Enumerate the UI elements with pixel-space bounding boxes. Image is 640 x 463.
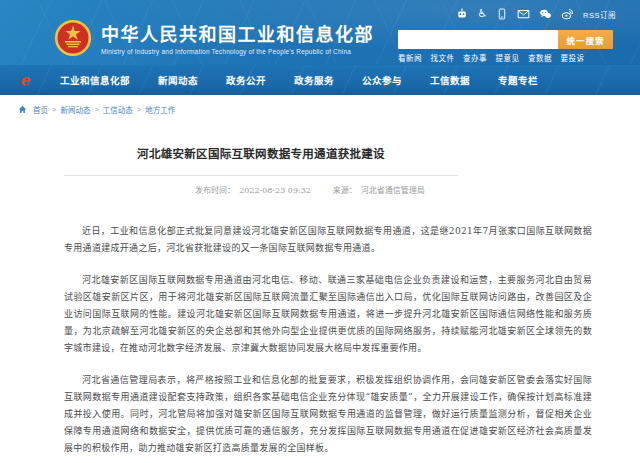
- breadcrumb-home[interactable]: 首页: [33, 104, 48, 115]
- breadcrumb-separator: >: [52, 105, 56, 114]
- national-emblem-logo: [54, 19, 92, 61]
- nav-item-special-topics[interactable]: 专题专栏: [498, 73, 538, 87]
- source-value: 河北省通信管理局: [361, 186, 425, 195]
- weibo-icon[interactable]: [561, 8, 574, 20]
- article-paragraph: 近日，工业和信息化部正式批复同意建设河北雄安新区国际互联网数据专用通道，这是继2…: [64, 223, 592, 257]
- publish-time-label: 发布时间：: [195, 186, 235, 195]
- miit-e-logo-icon[interactable]: e: [17, 73, 32, 88]
- search-bar: 统一搜索: [398, 30, 613, 49]
- mail-icon[interactable]: [517, 8, 530, 20]
- unified-search-button[interactable]: 统一搜索: [558, 30, 613, 49]
- title-divider: [64, 175, 458, 176]
- article-meta: 发布时间：2022-08-23 09:32来源：河北省通信管理局: [64, 184, 556, 195]
- quick-link-data[interactable]: 查数据: [528, 52, 552, 63]
- nav-item-news[interactable]: 新闻动态: [158, 73, 198, 87]
- mobile-icon[interactable]: [496, 8, 508, 20]
- miit-article-page: ♿ RSS订阅: [0, 0, 640, 463]
- home-icon[interactable]: [18, 105, 29, 114]
- rss-subscribe-link[interactable]: RSS订阅: [583, 9, 616, 20]
- article-paragraph: 河北雄安新区国际互联网数据专用通道由河北电信、移动、联通三家基础电信企业负责建设…: [64, 272, 592, 357]
- robot-icon[interactable]: [456, 8, 468, 20]
- nav-item-data[interactable]: 工信数据: [430, 73, 470, 87]
- article: 河北雄安新区国际互联网数据专用通道获批建设 发布时间：2022-08-23 09…: [64, 95, 592, 463]
- site-brand[interactable]: 中华人民共和国工业和信息化部 Ministry of Industry and …: [54, 19, 374, 61]
- nav-item-gov-info[interactable]: 政务公开: [226, 73, 266, 87]
- quick-link-complaints[interactable]: 要投诉: [561, 52, 585, 63]
- quick-link-news[interactable]: 看新闻: [398, 52, 422, 63]
- main-nav: e 工业和信息化部 新闻动态 政务公开 政务服务 公众参与 工信数据 专题专栏: [0, 65, 640, 95]
- nav-item-miit[interactable]: 工业和信息化部: [60, 73, 130, 87]
- wechat-icon[interactable]: [539, 8, 552, 20]
- article-content-area: 首页 > 新闻动态 > 工信动态 > 地方工作 河北雄安新区国际互联网数据专用通…: [0, 95, 640, 463]
- article-body: 近日，工业和信息化部正式批复同意建设河北雄安新区国际互联网数据专用通道，这是继2…: [64, 223, 592, 457]
- publish-time-value: 2022-08-23 09:32: [239, 186, 311, 195]
- quick-link-documents[interactable]: 找文件: [431, 52, 455, 63]
- site-subtitle: Ministry of Industry and Information Tec…: [101, 48, 374, 55]
- site-header: ♿ RSS订阅: [0, 0, 640, 65]
- quick-link-suggestions[interactable]: 提意见: [496, 52, 520, 63]
- header-utility-bar: ♿ RSS订阅: [456, 7, 616, 21]
- source-label: 来源：: [333, 186, 357, 195]
- quick-links: 看新闻 找文件 查办事 提意见 查数据 要投诉: [398, 52, 585, 63]
- quick-link-services[interactable]: 查办事: [463, 52, 487, 63]
- nav-item-participation[interactable]: 公众参与: [362, 73, 402, 87]
- nav-item-gov-services[interactable]: 政务服务: [294, 73, 334, 87]
- article-title: 河北雄安新区国际互联网数据专用通道获批建设: [64, 145, 458, 161]
- search-input[interactable]: [398, 30, 558, 49]
- accessibility-icon[interactable]: ♿: [477, 8, 487, 20]
- site-title: 中华人民共和国工业和信息化部: [101, 25, 374, 45]
- article-paragraph: 河北省通信管理局表示，将严格按照工业和信息化部的批复要求，积极发挥组织协调作用，…: [64, 372, 592, 457]
